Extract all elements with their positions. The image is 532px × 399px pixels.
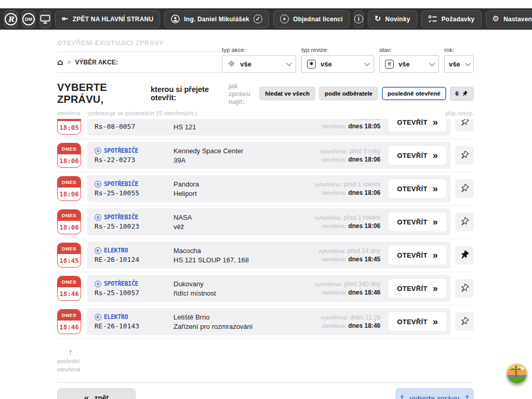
report-row-panel[interactable]: S SPOTŘEBIČE Rs-22-0273 Kennedy Space Ce… <box>87 142 450 169</box>
category-icon: S <box>95 281 101 287</box>
pin-toggle-button[interactable] <box>455 246 474 264</box>
user-name: Ing. Daniel Mikulášek <box>184 16 249 23</box>
report-location: věž <box>174 223 269 231</box>
open-label: OTEVŘÍT <box>397 218 427 226</box>
hint-note: (zobrazuje se posledních 15 otevřených:) <box>88 110 197 116</box>
category-name: SPOTŘEBIČE <box>104 280 138 287</box>
by-customer-button[interactable]: podle odběratele <box>319 87 378 100</box>
category-icon: E <box>95 314 101 321</box>
report-row-panel[interactable]: S SPOTŘEBIČE Rs-25-10055 Pandora Helipor… <box>87 175 450 202</box>
find-group: jak zprávu najít: hledat ve všech podle … <box>229 82 474 105</box>
back-button[interactable]: « zpět <box>57 388 136 399</box>
open-label: OTEVŘÍT <box>397 251 427 259</box>
category-name: SPOTŘEBIČE <box>104 214 138 221</box>
open-report-button[interactable]: OTEVŘÍT » <box>389 246 446 264</box>
opened-label: otevřena: <box>322 323 347 329</box>
report-row-panel[interactable]: Rs-08-0057 HS 121 vytvořena: otevřena: <box>87 119 450 136</box>
opened-value: dnes 18:05 <box>348 123 380 130</box>
report-row-panel[interactable]: S SPOTŘEBIČE Rs-25-10057 Dukovany řídící… <box>87 275 450 302</box>
report-name <box>174 119 269 122</box>
report-row: 18:05 Rs-08-0057 HS 121 <box>57 119 474 139</box>
report-row-panel[interactable]: E ELEKTRO RE-26-10124 Macocha HS 121 SLO… <box>87 242 450 269</box>
breadcrumb-block: OTEVŘENÍ EXISTUJÍCÍ ZPRÁVY ⌂ > VÝBĚR AKC… <box>57 39 222 73</box>
double-chevron-icon: » <box>433 217 438 227</box>
filter-typ-revize-select[interactable]: ✱ vše <box>301 55 374 73</box>
open-report-button[interactable]: OTEVŘÍT » <box>389 146 446 165</box>
open-report-button[interactable]: OTEVŘÍT » <box>389 312 446 331</box>
back-to-start-icon: ⇤ <box>62 15 69 23</box>
back-to-main-label: ZPĚT NA HLAVNÍ STRANU <box>73 16 154 23</box>
double-chevron-icon: » <box>433 184 438 193</box>
report-location: řídící místnost <box>174 289 269 297</box>
last-opened-line1: poslední <box>57 357 474 365</box>
report-name: Kennedy Space Center <box>174 147 269 155</box>
filter-stav-select[interactable]: ≡ vše <box>379 55 439 73</box>
report-row-panel[interactable]: E ELEKTRO RE-26-10143 Letiště Brno Zaříz… <box>87 308 450 335</box>
open-report-button[interactable]: OTEVŘÍT » <box>389 179 446 198</box>
requests-button[interactable]: Požadavky <box>421 10 482 28</box>
description-column: Dukovany řídící místnost <box>174 280 269 297</box>
double-chevron-icon: » <box>433 119 438 127</box>
recently-opened-button[interactable]: posledně otevřené <box>382 87 446 100</box>
badge-day: DNES <box>58 143 81 154</box>
report-row-panel[interactable]: S SPOTŘEBIČE Rs-25-10023 NASA věž vytvoř… <box>87 208 450 235</box>
settings-button[interactable]: ⚙ Nastavení <box>486 10 532 28</box>
filter-rok-select[interactable]: vše <box>444 55 474 73</box>
open-report-button[interactable]: OTEVŘÍT » <box>389 279 446 298</box>
pin-toggle-button[interactable] <box>455 279 474 298</box>
report-row: DNES 18:45 E ELEKTRO RE-26-10124 Macocha… <box>57 242 474 272</box>
pin-toggle-button[interactable] <box>455 212 474 231</box>
date-badge: DNES 18:06 <box>57 143 81 168</box>
back-to-main-button[interactable]: ⇤ ZPĚT NA HLAVNÍ STRANU <box>55 10 160 28</box>
sun-icon: ☼ <box>228 60 235 69</box>
page-subtitle: kterou si přejete otevřít: <box>151 85 229 102</box>
created-value: před 3 roky <box>349 148 380 155</box>
pin-toggle-button[interactable] <box>455 179 474 198</box>
user-account-button[interactable]: Ing. Daniel Mikulášek ✓ <box>164 10 269 28</box>
open-report-button[interactable]: OTEVŘÍT » <box>389 119 446 131</box>
pin-toggle-button[interactable] <box>455 146 474 165</box>
filter-typ-revize: typ revize: ✱ vše <box>301 47 374 73</box>
category-column: S SPOTŘEBIČE Rs-22-0273 <box>95 147 174 164</box>
user-avatar-button[interactable]: DM <box>22 10 35 28</box>
meta-column: vytvořena: před 3 roky otevřena: dnes 18… <box>269 147 380 164</box>
chevron-down-icon <box>429 60 435 66</box>
up-arrow-icon: ↑ <box>399 394 405 399</box>
home-icon[interactable]: ⌂ <box>57 57 63 67</box>
created-value: před 24 dny <box>348 247 380 255</box>
opened-value: dnes 18:45 <box>348 256 380 263</box>
plus-circle-icon: + <box>280 15 289 23</box>
news-button[interactable]: ↻ Novinky <box>368 10 417 28</box>
monitor-button[interactable] <box>39 10 51 28</box>
app-logo-button[interactable]: R <box>4 10 18 28</box>
filter-typ-akce-select[interactable]: ☼ vše <box>222 55 296 73</box>
category-icon: S <box>95 214 101 221</box>
opened-value: dnes 18:46 <box>348 322 380 329</box>
order-license-button[interactable]: + Objednat licenci <box>273 10 350 28</box>
filter-stav: stav: ≡ vše <box>379 47 439 73</box>
open-report-button[interactable]: OTEVŘÍT » <box>389 212 446 231</box>
document-icon: ≡ <box>385 60 394 69</box>
created-label: vytvořena: <box>320 148 348 154</box>
report-code: Rs-08-0057 <box>95 123 174 130</box>
up-arrow-icon: ↑ <box>464 394 470 399</box>
filter-typ-akce-label: typ akce: <box>222 47 296 53</box>
filter-typ-revize-value: vše <box>321 60 332 68</box>
search-all-button[interactable]: hledat ve všech <box>259 87 315 100</box>
pin-toggle-button[interactable] <box>455 119 474 131</box>
open-label: OTEVŘÍT <box>397 285 427 292</box>
asterisk-box-icon: ✱ <box>307 60 316 69</box>
category-icon: S <box>95 148 101 154</box>
pin-toggle-button[interactable] <box>455 312 474 331</box>
date-badge: DNES 18:45 <box>57 243 81 268</box>
created-label: vytvořena: <box>314 215 342 221</box>
opened-value: dnes 18:46 <box>348 289 380 296</box>
info-button[interactable]: i <box>354 10 364 28</box>
report-row: DNES 18:06 S SPOTŘEBIČE Rs-25-10023 NASA… <box>57 208 474 239</box>
pinned-count-button[interactable]: 6 <box>450 87 474 101</box>
find-label: jak zprávu najít: <box>229 82 255 105</box>
select-report-button[interactable]: ↑ vyberte zprávu ↑ <box>395 388 474 399</box>
report-code: Rs-25-10055 <box>95 189 174 197</box>
monitor-icon <box>40 15 50 24</box>
double-chevron-icon: » <box>433 284 438 293</box>
